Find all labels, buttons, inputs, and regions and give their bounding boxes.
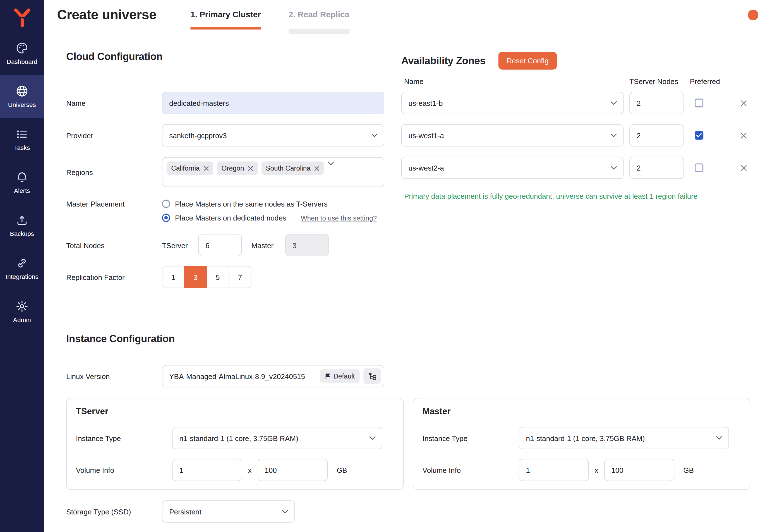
az-tserver-nodes-input[interactable]: [629, 124, 684, 147]
hierarchy-icon: [368, 372, 376, 380]
preferred-checkbox-checked[interactable]: [695, 131, 703, 140]
az-col-tserver-nodes: TServer Nodes: [629, 77, 678, 86]
header-avatar-icon[interactable]: [748, 10, 758, 20]
upload-icon: [15, 214, 28, 227]
sidebar-item-admin[interactable]: Admin: [0, 290, 44, 333]
master-instance-type-row: Instance Type n1-standard-1 (1 core, 3.7…: [423, 427, 729, 449]
remove-region-icon[interactable]: [203, 165, 209, 171]
rf-option-7[interactable]: 7: [228, 266, 251, 288]
tserver-volume-size-input[interactable]: [257, 459, 327, 481]
master-volume-count-input[interactable]: [519, 459, 589, 481]
tab-label: 2. Read Replica: [289, 10, 349, 20]
linux-version-value: YBA-Managed-AlmaLinux-8.9_v20240515: [169, 372, 305, 380]
sidebar-item-label: Tasks: [14, 144, 30, 151]
remove-region-icon[interactable]: [248, 165, 253, 171]
when-to-use-link[interactable]: When to use this setting?: [301, 214, 377, 222]
remove-region-icon[interactable]: [315, 165, 320, 171]
chevron-down-icon: [716, 436, 722, 440]
rf-option-1[interactable]: 1: [162, 266, 185, 288]
storage-type-label: Storage Type (SSD): [66, 508, 162, 515]
chevron-down-icon: [371, 133, 378, 137]
region-chip: Oregon: [217, 161, 258, 175]
chevron-down-icon: [611, 166, 617, 170]
chevron-down-icon: [611, 101, 617, 105]
az-zone-select[interactable]: us-east1-b: [401, 92, 624, 114]
master-card: Master Instance Type n1-standard-1 (1 co…: [413, 398, 750, 490]
reset-config-button[interactable]: Reset Config: [499, 52, 557, 69]
sidebar-item-label: Integrations: [6, 273, 39, 280]
rf-option-5[interactable]: 5: [207, 266, 229, 288]
remove-zone-icon[interactable]: [740, 164, 747, 171]
tab-read-replica[interactable]: 2. Read Replica: [289, 0, 349, 30]
az-zone-select[interactable]: us-west1-a: [401, 124, 624, 147]
volume-info-label: Volume Info: [76, 466, 172, 474]
palette-icon: [15, 42, 28, 55]
yugabyte-logo[interactable]: [0, 0, 44, 32]
tserver-instance-type-row: Instance Type n1-standard-1 (1 core, 3.7…: [76, 427, 382, 449]
multiply-label: x: [595, 466, 598, 474]
sidebar-item-universes[interactable]: Universes: [0, 75, 44, 118]
image-bundle-button[interactable]: [364, 369, 381, 384]
tserver-instance-type-select[interactable]: n1-standard-1 (1 core, 3.75GB RAM): [172, 427, 382, 449]
preferred-checkbox-unchecked[interactable]: [695, 163, 703, 172]
radio-option-label: Place Masters on dedicated nodes: [175, 214, 286, 222]
az-col-preferred: Preferred: [690, 77, 720, 86]
regions-label: Regions: [66, 168, 162, 176]
linux-version-select[interactable]: YBA-Managed-AlmaLinux-8.9_v20240515 Defa…: [162, 365, 384, 387]
tserver-card-title: TServer: [76, 407, 108, 417]
default-badge-label: Default: [333, 372, 355, 380]
tab-label: 1. Primary Cluster: [190, 10, 261, 20]
chevron-down-icon: [611, 133, 617, 137]
rf-option-3[interactable]: 3: [184, 266, 207, 288]
master-count-label: Master: [252, 241, 285, 249]
sidebar-item-backups[interactable]: Backups: [0, 204, 44, 247]
sidebar-item-tasks[interactable]: Tasks: [0, 118, 44, 161]
sidebar-item-label: Alerts: [14, 187, 30, 194]
universe-name-input[interactable]: [162, 92, 384, 114]
bell-icon: [15, 170, 28, 184]
az-tserver-nodes-input[interactable]: [629, 92, 684, 114]
regions-multiselect[interactable]: California Oregon South Carolina: [162, 157, 384, 187]
region-chip: South Carolina: [261, 161, 324, 175]
preferred-checkbox-unchecked[interactable]: [695, 98, 703, 107]
master-nodes-input: [285, 234, 329, 256]
tab-inactive-indicator: [289, 29, 349, 34]
master-card-title: Master: [423, 407, 451, 417]
az-zone-value: us-west2-a: [409, 163, 444, 172]
radio-unselected-icon[interactable]: [162, 199, 170, 208]
regions-field-row: Regions California Oregon South Carolina: [66, 157, 384, 187]
az-zone-value: us-west1-a: [409, 131, 444, 139]
linux-version-label: Linux Version: [66, 372, 162, 380]
az-zone-select[interactable]: us-west2-a: [401, 157, 624, 179]
topbar: Create universe 1. Primary Cluster 2. Re…: [44, 0, 758, 30]
storage-type-value: Persistent: [169, 508, 201, 515]
page-title: Create universe: [57, 0, 156, 30]
region-chip: California: [167, 161, 214, 175]
sidebar-item-integrations[interactable]: Integrations: [0, 247, 44, 290]
total-nodes-label: Total Nodes: [66, 241, 162, 249]
tserver-nodes-input[interactable]: [198, 234, 242, 256]
radio-option-label: Place Masters on the same nodes as T-Ser…: [175, 199, 327, 208]
volume-info-label: Volume Info: [423, 466, 519, 474]
availability-zones-heading: Availability Zones: [401, 55, 486, 67]
radio-selected-icon[interactable]: [162, 214, 170, 222]
master-volume-size-input[interactable]: [604, 459, 674, 481]
master-placement-label: Master Placement: [66, 197, 162, 210]
sidebar-item-alerts[interactable]: Alerts: [0, 161, 44, 204]
tserver-volume-count-input[interactable]: [172, 459, 242, 481]
sidebar-item-label: Dashboard: [7, 58, 37, 65]
sidebar-item-dashboard[interactable]: Dashboard: [0, 32, 44, 75]
storage-type-select[interactable]: Persistent: [162, 500, 295, 523]
master-instance-type-select[interactable]: n1-standard-1 (1 core, 3.75GB RAM): [519, 427, 729, 449]
az-zone-value: us-east1-b: [409, 99, 443, 107]
geo-redundancy-message: Primary data placement is fully geo-redu…: [404, 192, 698, 200]
remove-zone-icon[interactable]: [740, 99, 747, 107]
total-nodes-row: Total Nodes TServer Master: [66, 234, 329, 256]
remove-zone-icon[interactable]: [740, 132, 747, 139]
az-tserver-nodes-input[interactable]: [629, 157, 684, 179]
tab-primary-cluster[interactable]: 1. Primary Cluster: [190, 0, 261, 30]
provider-select[interactable]: sanketh-gcpprov3: [162, 124, 384, 147]
radio-option-same-nodes[interactable]: Place Masters on the same nodes as T-Ser…: [162, 197, 377, 210]
name-label: Name: [66, 99, 162, 107]
radio-option-dedicated-nodes[interactable]: Place Masters on dedicated nodes When to…: [162, 212, 377, 224]
